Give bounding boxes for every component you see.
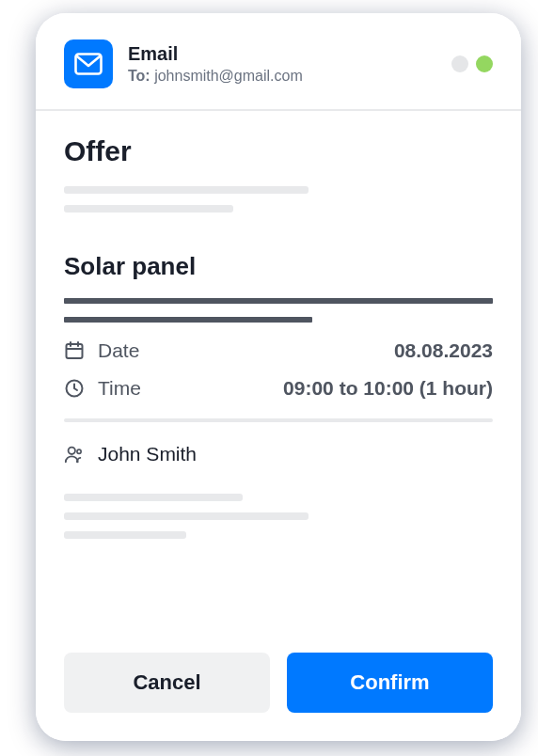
to-label: To: <box>128 68 150 84</box>
date-row: Date 08.08.2023 <box>64 339 493 362</box>
placeholder-line <box>64 205 233 213</box>
clock-icon <box>64 378 85 399</box>
cancel-button[interactable]: Cancel <box>64 653 270 713</box>
to-value: johnsmith@gmail.com <box>154 68 303 84</box>
placeholder-bar <box>64 317 312 323</box>
placeholder-lines <box>64 494 493 539</box>
time-label: Time <box>98 377 141 400</box>
status-dots <box>451 55 493 72</box>
placeholder-line <box>64 512 309 520</box>
person-name: John Smith <box>98 443 197 465</box>
calendar-icon <box>64 340 85 361</box>
status-dot-gray <box>451 55 468 72</box>
confirm-button[interactable]: Confirm <box>287 653 493 713</box>
placeholder-line <box>64 494 243 501</box>
status-dot-green <box>476 55 493 72</box>
svg-point-6 <box>69 448 75 454</box>
email-body: Offer Solar panel Date 08.08.2023 <box>36 111 521 539</box>
svg-point-7 <box>77 449 81 453</box>
time-row: Time 09:00 to 10:00 (1 hour) <box>64 377 493 400</box>
header-title: Email <box>128 42 451 65</box>
email-preview-card: Email To: johnsmith@gmail.com Offer Sola… <box>36 13 521 741</box>
email-header: Email To: johnsmith@gmail.com <box>36 13 521 111</box>
date-label: Date <box>98 339 139 362</box>
placeholder-lines <box>64 186 493 213</box>
person-icon <box>64 444 85 465</box>
section-title: Offer <box>64 135 493 167</box>
svg-rect-1 <box>67 344 83 358</box>
placeholder-line <box>64 531 186 539</box>
date-value: 08.08.2023 <box>394 339 493 362</box>
person-row: John Smith <box>64 443 493 465</box>
action-footer: Cancel Confirm <box>64 653 493 713</box>
placeholder-line <box>64 186 309 194</box>
header-recipient: To: johnsmith@gmail.com <box>128 67 451 87</box>
mail-icon <box>64 39 113 88</box>
divider-line <box>64 418 493 422</box>
placeholder-bars <box>64 298 493 323</box>
time-value: 09:00 to 10:00 (1 hour) <box>283 377 493 400</box>
placeholder-bar <box>64 298 493 304</box>
item-title: Solar panel <box>64 252 493 281</box>
